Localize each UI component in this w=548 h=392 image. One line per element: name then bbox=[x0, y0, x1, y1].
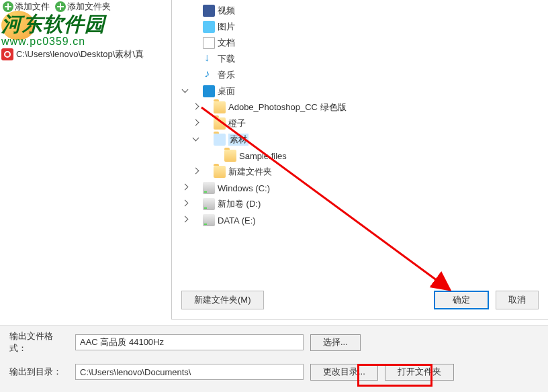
folder-icon bbox=[224, 150, 236, 162]
tree-item-newfolder[interactable]: 新建文件夹 bbox=[181, 164, 537, 180]
tree-item-drive-d[interactable]: 新加卷 (D:) bbox=[181, 196, 537, 212]
chevron-right-icon[interactable] bbox=[192, 103, 200, 111]
drive-icon bbox=[203, 198, 215, 210]
tree-item-windows-c[interactable]: Windows (C:) bbox=[181, 180, 537, 196]
tree-item-sucai[interactable]: 素材 bbox=[181, 132, 537, 148]
tree-item-photoshop[interactable]: Adobe_Photoshop_CC 绿色版 bbox=[181, 99, 537, 115]
chevron-right-icon[interactable] bbox=[181, 184, 189, 192]
output-dir-value: C:\Users\lenovo\Documents\ bbox=[75, 364, 304, 380]
chevron-down-icon[interactable] bbox=[192, 136, 200, 144]
watermark-title: 河东软件园 bbox=[1, 11, 105, 38]
downloads-icon bbox=[203, 53, 215, 65]
drive-icon bbox=[203, 182, 215, 194]
chevron-down-icon[interactable] bbox=[181, 87, 189, 95]
tree-item-sample[interactable]: Sample.files bbox=[181, 148, 537, 164]
tree-item-videos[interactable]: 视频 bbox=[181, 3, 537, 19]
cancel-button[interactable]: 取消 bbox=[496, 291, 539, 309]
documents-icon bbox=[203, 37, 215, 49]
desktop-icon bbox=[203, 85, 215, 97]
tree-item-orange[interactable]: 橙子 bbox=[181, 115, 537, 132]
output-format-label: 输出文件格式： bbox=[9, 330, 68, 354]
tree-item-music[interactable]: 音乐 bbox=[181, 67, 537, 83]
media-file-icon bbox=[1, 48, 13, 60]
tree-item-documents[interactable]: 文档 bbox=[181, 35, 537, 51]
pictures-icon bbox=[203, 21, 215, 33]
tree-item-drive-e[interactable]: DATA (E:) bbox=[181, 212, 537, 228]
chevron-right-icon[interactable] bbox=[192, 168, 200, 176]
file-list-item[interactable]: C:\Users\lenovo\Desktop\素材\真 bbox=[1, 48, 144, 60]
video-icon bbox=[203, 5, 215, 17]
new-folder-button[interactable]: 新建文件夹(M) bbox=[181, 291, 264, 309]
chevron-right-icon[interactable] bbox=[192, 119, 200, 128]
tree-item-downloads[interactable]: 下载 bbox=[181, 51, 537, 67]
folder-tree: 视频 图片 文档 下载 音乐 桌面 Adobe_Photoshop_CC 绿色版… bbox=[181, 3, 537, 228]
drive-icon bbox=[203, 214, 215, 226]
music-icon bbox=[203, 69, 215, 81]
folder-icon bbox=[214, 166, 226, 178]
output-format-value: AAC 高品质 44100Hz bbox=[75, 334, 304, 350]
tree-item-desktop[interactable]: 桌面 bbox=[181, 83, 537, 99]
folder-icon bbox=[214, 134, 226, 146]
watermark: 河东软件园 www.pc0359.cn bbox=[1, 11, 105, 48]
chevron-right-icon[interactable] bbox=[181, 216, 189, 224]
open-folder-button[interactable]: 打开文件夹 bbox=[385, 364, 454, 381]
select-format-button[interactable]: 选择... bbox=[310, 334, 361, 351]
ok-button[interactable]: 确定 bbox=[434, 291, 489, 309]
file-path-text: C:\Users\lenovo\Desktop\素材\真 bbox=[16, 48, 144, 60]
bottom-panel: 输出文件格式： AAC 高品质 44100Hz 选择... 输出到目录： C:\… bbox=[0, 325, 548, 392]
folder-icon bbox=[214, 117, 226, 130]
browse-folder-dialog: 视频 图片 文档 下载 音乐 桌面 Adobe_Photoshop_CC 绿色版… bbox=[171, 0, 548, 320]
output-dir-label: 输出到目录： bbox=[9, 366, 68, 378]
folder-icon bbox=[214, 101, 226, 113]
chevron-right-icon[interactable] bbox=[181, 200, 189, 208]
tree-item-pictures[interactable]: 图片 bbox=[181, 19, 537, 35]
change-dir-button[interactable]: 更改目录... bbox=[310, 364, 378, 381]
